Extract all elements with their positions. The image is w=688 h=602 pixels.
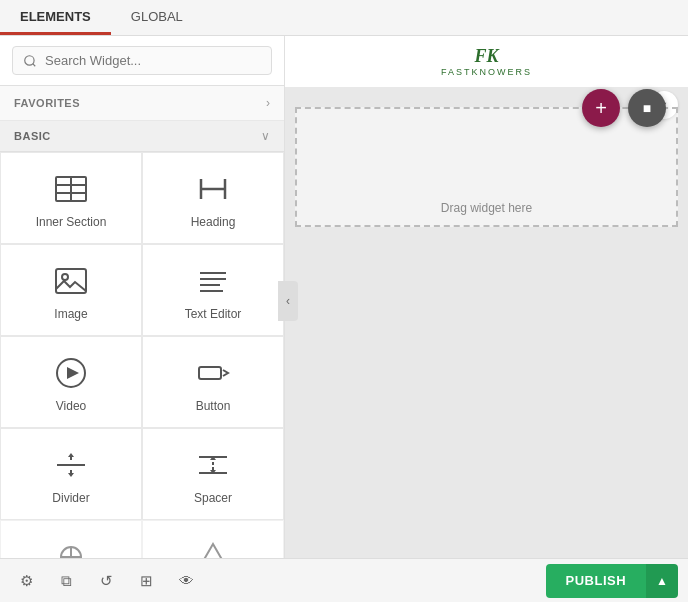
logo-sub: FASTKNOWERS bbox=[441, 67, 532, 77]
divider-icon bbox=[53, 447, 89, 483]
sidebar: FAVORITES › BASIC ∨ Inner Section bbox=[0, 36, 285, 558]
fab-remove-button[interactable]: ■ bbox=[628, 89, 666, 127]
settings-button[interactable]: ⚙ bbox=[10, 565, 42, 597]
main-layout: FAVORITES › BASIC ∨ Inner Section bbox=[0, 36, 688, 558]
tab-elements[interactable]: ELEMENTS bbox=[0, 0, 111, 35]
svg-rect-9 bbox=[56, 269, 86, 293]
svg-point-0 bbox=[25, 55, 34, 64]
spacer-icon bbox=[195, 447, 231, 483]
widget-heading[interactable]: Heading bbox=[142, 152, 284, 244]
publish-dropdown-icon: ▲ bbox=[656, 574, 668, 588]
widget-spacer-label: Spacer bbox=[194, 491, 232, 505]
widget-heading-label: Heading bbox=[191, 215, 236, 229]
top-tab-bar: ELEMENTS GLOBAL bbox=[0, 0, 688, 36]
widget-button-label: Button bbox=[196, 399, 231, 413]
image-icon bbox=[53, 263, 89, 299]
canvas-area: FK FASTKNOWERS ‹ + ■ Drag widget here bbox=[285, 36, 688, 558]
logo: FK FASTKNOWERS bbox=[441, 46, 532, 77]
basic-section-header[interactable]: BASIC ∨ bbox=[0, 121, 284, 152]
widget-grid: Inner Section Heading Image bbox=[0, 152, 284, 558]
canvas-header: FK FASTKNOWERS bbox=[285, 36, 688, 87]
settings-icon: ⚙ bbox=[20, 572, 33, 590]
bottom-toolbar: ⚙ ⧉ ↺ ⊞ 👁 PUBLISH ▲ bbox=[0, 558, 688, 602]
favorites-chevron: › bbox=[266, 96, 270, 110]
drop-zone: + ■ Drag widget here bbox=[295, 107, 678, 227]
extra1-icon bbox=[53, 539, 89, 558]
history-icon: ↺ bbox=[100, 572, 113, 590]
fab-buttons: + ■ bbox=[582, 89, 666, 127]
publish-group: PUBLISH ▲ bbox=[546, 564, 678, 598]
svg-rect-17 bbox=[199, 367, 221, 379]
search-bar bbox=[0, 36, 284, 86]
extra2-icon bbox=[195, 539, 231, 558]
svg-point-10 bbox=[62, 274, 68, 280]
widget-video-label: Video bbox=[56, 399, 86, 413]
widget-text-editor[interactable]: Text Editor bbox=[142, 244, 284, 336]
responsive-button[interactable]: ⊞ bbox=[130, 565, 162, 597]
widget-divider[interactable]: Divider bbox=[0, 428, 142, 520]
fab-add-button[interactable]: + bbox=[582, 89, 620, 127]
heading-icon bbox=[195, 171, 231, 207]
widget-video[interactable]: Video bbox=[0, 336, 142, 428]
search-icon bbox=[23, 54, 37, 68]
tab-global[interactable]: GLOBAL bbox=[111, 0, 203, 35]
layers-icon: ⧉ bbox=[61, 572, 72, 590]
publish-dropdown-button[interactable]: ▲ bbox=[646, 564, 678, 598]
collapse-handle[interactable]: ‹ bbox=[278, 281, 298, 321]
widget-image[interactable]: Image bbox=[0, 244, 142, 336]
svg-marker-31 bbox=[198, 544, 228, 558]
widget-divider-label: Divider bbox=[52, 491, 89, 505]
widget-image-label: Image bbox=[54, 307, 87, 321]
button-icon bbox=[195, 355, 231, 391]
basic-chevron: ∨ bbox=[261, 129, 270, 143]
widget-inner-section[interactable]: Inner Section bbox=[0, 152, 142, 244]
history-button[interactable]: ↺ bbox=[90, 565, 122, 597]
widget-text-editor-label: Text Editor bbox=[185, 307, 242, 321]
eye-icon: 👁 bbox=[179, 572, 194, 589]
favorites-section-header[interactable]: FAVORITES › bbox=[0, 86, 284, 121]
text-editor-icon bbox=[195, 263, 231, 299]
responsive-icon: ⊞ bbox=[140, 572, 153, 590]
widget-button[interactable]: Button bbox=[142, 336, 284, 428]
publish-button[interactable]: PUBLISH bbox=[546, 564, 647, 598]
layers-button[interactable]: ⧉ bbox=[50, 565, 82, 597]
svg-line-1 bbox=[33, 63, 36, 66]
inner-section-icon bbox=[53, 171, 89, 207]
favorites-label: FAVORITES bbox=[14, 97, 80, 109]
widget-inner-section-label: Inner Section bbox=[36, 215, 107, 229]
svg-marker-22 bbox=[68, 473, 74, 477]
eye-button[interactable]: 👁 bbox=[170, 565, 202, 597]
basic-label: BASIC bbox=[14, 130, 51, 142]
svg-marker-16 bbox=[67, 367, 79, 379]
logo-main: FK bbox=[441, 46, 532, 67]
search-wrapper bbox=[12, 46, 272, 75]
drag-hint: Drag widget here bbox=[441, 201, 532, 215]
svg-marker-21 bbox=[68, 453, 74, 457]
widget-spacer[interactable]: Spacer bbox=[142, 428, 284, 520]
widget-extra1[interactable] bbox=[0, 520, 142, 558]
video-icon bbox=[53, 355, 89, 391]
search-input[interactable] bbox=[45, 53, 261, 68]
widget-extra2[interactable] bbox=[142, 520, 284, 558]
